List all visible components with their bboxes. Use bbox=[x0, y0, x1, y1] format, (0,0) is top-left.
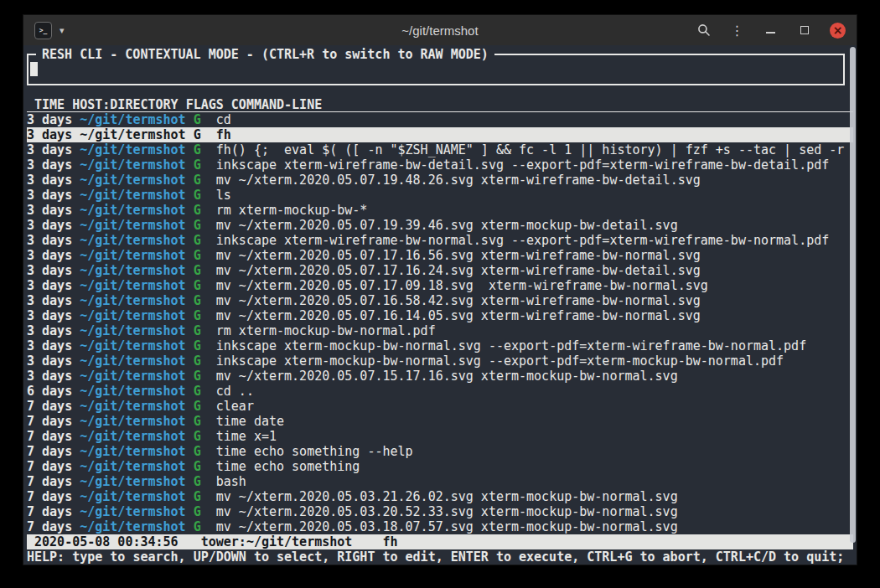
row-command: inkscape xterm-mockup-bw-normal.svg --ex… bbox=[216, 353, 784, 369]
row-host-dir: ~/git/termshot bbox=[80, 278, 185, 293]
row-flags: G bbox=[194, 293, 201, 308]
history-row[interactable]: 3 days ~/git/termshot G mv ~/xterm.2020.… bbox=[27, 248, 853, 263]
row-host-dir: ~/git/termshot bbox=[80, 248, 185, 263]
terminal-window: >_ ▾ ~/git/termshot ⋮ × RESH bbox=[23, 15, 857, 565]
help-line: HELP: type to search, UP/DOWN to select,… bbox=[27, 549, 853, 565]
row-host-dir: ~/git/termshot bbox=[80, 188, 185, 203]
row-flags: G bbox=[194, 323, 201, 338]
row-time: 3 days bbox=[27, 353, 72, 369]
row-command: clear bbox=[216, 399, 254, 414]
history-row[interactable]: 3 days ~/git/termshot G inkscape xterm-w… bbox=[27, 233, 853, 248]
history-row[interactable]: 3 days ~/git/termshot G mv ~/xterm.2020.… bbox=[27, 173, 853, 188]
row-time: 7 days bbox=[27, 459, 72, 474]
row-command: time date bbox=[216, 414, 284, 429]
search-icon[interactable] bbox=[696, 23, 712, 39]
row-command: rm xterm-mockup-bw-* bbox=[216, 203, 368, 218]
row-time: 3 days bbox=[27, 278, 72, 293]
row-flags: G bbox=[194, 353, 201, 369]
row-flags: G bbox=[194, 278, 201, 293]
history-row[interactable]: 7 days ~/git/termshot G mv ~/xterm.2020.… bbox=[27, 489, 853, 504]
history-row[interactable]: 3 days ~/git/termshot G inkscape xterm-w… bbox=[27, 157, 853, 173]
history-row[interactable]: 7 days ~/git/termshot G time echo someth… bbox=[27, 444, 853, 459]
row-host-dir: ~/git/termshot bbox=[80, 293, 185, 308]
row-command: time x=1 bbox=[216, 429, 277, 444]
row-host-dir: ~/git/termshot bbox=[80, 112, 185, 127]
row-host-dir: ~/git/termshot bbox=[80, 308, 185, 323]
titlebar-right-group: ⋮ × bbox=[696, 23, 857, 39]
row-command: inkscape xterm-mockup-bw-normal.svg --ex… bbox=[216, 338, 806, 353]
history-row[interactable]: 6 days ~/git/termshot G cd .. bbox=[27, 384, 853, 399]
restore-icon bbox=[800, 26, 809, 34]
titlebar-left-group: >_ ▾ bbox=[23, 22, 65, 39]
title-bar[interactable]: >_ ▾ ~/git/termshot ⋮ × bbox=[23, 15, 857, 45]
terminal-prompt-glyph: >_ bbox=[39, 27, 48, 34]
row-host-dir: ~/git/termshot bbox=[80, 142, 185, 157]
history-row[interactable]: 3 days ~/git/termshot G cd bbox=[27, 112, 853, 127]
history-row[interactable]: 3 days ~/git/termshot G mv ~/xterm.2020.… bbox=[27, 293, 853, 308]
history-row[interactable]: 7 days ~/git/termshot G time date bbox=[27, 414, 853, 429]
row-host-dir: ~/git/termshot bbox=[80, 414, 185, 429]
history-row[interactable]: 7 days ~/git/termshot G mv ~/xterm.2020.… bbox=[27, 519, 853, 534]
history-row[interactable]: 3 days ~/git/termshot G inkscape xterm-m… bbox=[27, 338, 853, 353]
row-command: mv ~/xterm.2020.05.07.17.09.18.svg xterm… bbox=[216, 278, 708, 293]
row-flags: G bbox=[194, 263, 201, 278]
history-row[interactable]: 3 days ~/git/termshot G rm xterm-mockup-… bbox=[27, 323, 853, 338]
restore-button[interactable] bbox=[796, 23, 812, 39]
row-flags: G bbox=[194, 489, 201, 504]
history-row[interactable]: 7 days ~/git/termshot G time echo someth… bbox=[27, 459, 853, 474]
row-flags: G bbox=[194, 157, 201, 173]
history-row[interactable]: 3 days ~/git/termshot G rm xterm-mockup-… bbox=[27, 203, 853, 218]
row-time: 7 days bbox=[27, 489, 72, 504]
row-command: mv ~/xterm.2020.05.07.17.16.56.svg xterm… bbox=[216, 248, 701, 263]
history-row-selected[interactable]: 3 days ~/git/termshot G fh bbox=[27, 127, 853, 142]
history-row[interactable]: 3 days ~/git/termshot G inkscape xterm-m… bbox=[27, 353, 853, 369]
history-row[interactable]: 3 days ~/git/termshot G mv ~/xterm.2020.… bbox=[27, 308, 853, 323]
row-flags: G bbox=[194, 142, 201, 157]
scrollbar[interactable] bbox=[850, 47, 856, 543]
row-flags: G bbox=[194, 414, 201, 429]
row-command: mv ~/xterm.2020.05.07.19.48.26.svg xterm… bbox=[216, 173, 701, 188]
row-flags: G bbox=[194, 459, 201, 474]
row-command: inkscape xterm-wireframe-bw-detail.svg -… bbox=[216, 157, 830, 173]
row-time: 6 days bbox=[27, 384, 72, 399]
row-flags: G bbox=[194, 188, 201, 203]
row-time: 3 days bbox=[27, 369, 72, 384]
history-row[interactable]: 3 days ~/git/termshot G ls bbox=[27, 188, 853, 203]
row-flags: G bbox=[194, 429, 201, 444]
history-row[interactable]: 3 days ~/git/termshot G mv ~/xterm.2020.… bbox=[27, 218, 853, 233]
row-time: 3 days bbox=[27, 323, 72, 338]
row-command: mv ~/xterm.2020.05.07.17.16.24.svg xterm… bbox=[216, 263, 701, 278]
row-time: 3 days bbox=[27, 248, 72, 263]
row-flags: G bbox=[194, 444, 201, 459]
history-row[interactable]: 3 days ~/git/termshot G mv ~/xterm.2020.… bbox=[27, 369, 853, 384]
column-header: TIME HOST:DIRECTORY FLAGS COMMAND-LINE bbox=[27, 97, 853, 112]
history-row[interactable]: 3 days ~/git/termshot G fh() {; eval $( … bbox=[27, 142, 853, 157]
row-time: 3 days bbox=[27, 203, 72, 218]
history-row[interactable]: 3 days ~/git/termshot G mv ~/xterm.2020.… bbox=[27, 263, 853, 278]
row-host-dir: ~/git/termshot bbox=[80, 399, 185, 414]
history-row[interactable]: 7 days ~/git/termshot G time x=1 bbox=[27, 429, 853, 444]
history-row[interactable]: 7 days ~/git/termshot G bash bbox=[27, 474, 853, 489]
minimize-icon bbox=[766, 32, 775, 34]
history-row[interactable]: 3 days ~/git/termshot G mv ~/xterm.2020.… bbox=[27, 278, 853, 293]
desktop-background: >_ ▾ ~/git/termshot ⋮ × RESH bbox=[0, 0, 880, 588]
row-flags: G bbox=[194, 474, 201, 489]
kebab-menu-icon[interactable]: ⋮ bbox=[729, 23, 745, 39]
row-host-dir: ~/git/termshot bbox=[80, 203, 185, 218]
search-input-box[interactable]: RESH CLI - CONTEXTUAL MODE - (CTRL+R to … bbox=[27, 54, 845, 85]
row-time: 3 days bbox=[27, 308, 72, 323]
history-row[interactable]: 7 days ~/git/termshot G mv ~/xterm.2020.… bbox=[27, 504, 853, 519]
row-host-dir: ~/git/termshot bbox=[80, 127, 185, 142]
text-cursor bbox=[30, 62, 38, 76]
chevron-down-icon[interactable]: ▾ bbox=[60, 26, 65, 35]
status-bar: 2020-05-08 00:34:56 tower:~/git/termshot… bbox=[27, 534, 853, 549]
history-row[interactable]: 7 days ~/git/termshot G clear bbox=[27, 399, 853, 414]
row-time: 3 days bbox=[27, 263, 72, 278]
row-host-dir: ~/git/termshot bbox=[80, 369, 185, 384]
row-time: 7 days bbox=[27, 414, 72, 429]
close-button[interactable]: × bbox=[830, 23, 846, 39]
terminal-app-icon[interactable]: >_ bbox=[34, 22, 52, 39]
minimize-button[interactable] bbox=[763, 23, 779, 39]
row-command: mv ~/xterm.2020.05.03.18.07.57.svg xterm… bbox=[216, 519, 678, 534]
row-host-dir: ~/git/termshot bbox=[80, 233, 185, 248]
